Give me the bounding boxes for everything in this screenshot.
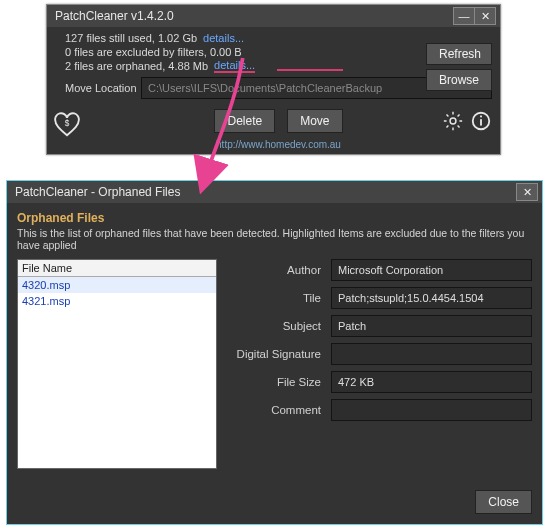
stats-used: 127 files still used, 1.02 Gb — [65, 32, 197, 44]
list-item[interactable]: 4320.msp — [18, 277, 216, 293]
main-titlebar[interactable]: PatchCleaner v1.4.2.0 — ✕ — [47, 5, 500, 27]
donate-heart-icon[interactable]: $ — [53, 112, 81, 140]
annotation-underline — [277, 69, 343, 71]
prop-label-file-size: File Size — [231, 376, 331, 388]
svg-point-1 — [450, 118, 456, 124]
orphaned-files-window: PatchCleaner - Orphaned Files ✕ Orphaned… — [6, 180, 543, 525]
prop-value-comment — [331, 399, 532, 421]
delete-button[interactable]: Delete — [214, 109, 275, 133]
stats-excluded: 0 files are excluded by filters, 0.00 B — [65, 46, 242, 58]
prop-label-comment: Comment — [231, 404, 331, 416]
dialog-close-button[interactable]: Close — [475, 490, 532, 514]
orphaned-file-list[interactable]: File Name 4320.msp 4321.msp — [17, 259, 217, 469]
orphaned-window-title: PatchCleaner - Orphaned Files — [15, 185, 180, 199]
close-button[interactable]: ✕ — [474, 7, 496, 25]
svg-rect-4 — [480, 116, 482, 118]
move-location-label: Move Location — [65, 82, 141, 94]
prop-label-digital-signature: Digital Signature — [231, 348, 331, 360]
browse-button[interactable]: Browse — [426, 69, 492, 91]
move-button[interactable]: Move — [287, 109, 342, 133]
prop-value-subject: Patch — [331, 315, 532, 337]
settings-gear-icon[interactable] — [442, 110, 464, 134]
orphaned-titlebar[interactable]: PatchCleaner - Orphaned Files ✕ — [7, 181, 542, 203]
main-window-title: PatchCleaner v1.4.2.0 — [55, 9, 174, 23]
prop-value-file-size: 472 KB — [331, 371, 532, 393]
stats-orphaned: 2 files are orphaned, 4.88 Mb — [65, 60, 208, 72]
prop-label-tile: Tile — [231, 292, 331, 304]
prop-label-subject: Subject — [231, 320, 331, 332]
prop-value-author: Microsoft Corporation — [331, 259, 532, 281]
list-item[interactable]: 4321.msp — [18, 293, 216, 309]
homepage-link[interactable]: http://www.homedev.com.au — [65, 139, 492, 152]
file-list-header[interactable]: File Name — [18, 260, 216, 277]
svg-text:$: $ — [65, 119, 70, 128]
svg-rect-3 — [480, 119, 482, 125]
prop-label-author: Author — [231, 264, 331, 276]
refresh-button[interactable]: Refresh — [426, 43, 492, 65]
info-icon[interactable] — [470, 110, 492, 134]
patchcleaner-main-window: PatchCleaner v1.4.2.0 — ✕ 127 files stil… — [46, 4, 501, 155]
file-properties-panel: Author Microsoft Corporation Tile Patch;… — [231, 259, 532, 469]
details-link-used[interactable]: details... — [203, 32, 244, 44]
details-link-orphaned[interactable]: details... — [214, 59, 255, 73]
minimize-button[interactable]: — — [453, 7, 475, 25]
orphaned-close-button[interactable]: ✕ — [516, 183, 538, 201]
section-description: This is the list of orphaned files that … — [7, 227, 542, 259]
prop-value-tile: Patch;stsupld;15.0.4454.1504 — [331, 287, 532, 309]
prop-value-digital-signature — [331, 343, 532, 365]
section-heading: Orphaned Files — [7, 203, 542, 227]
